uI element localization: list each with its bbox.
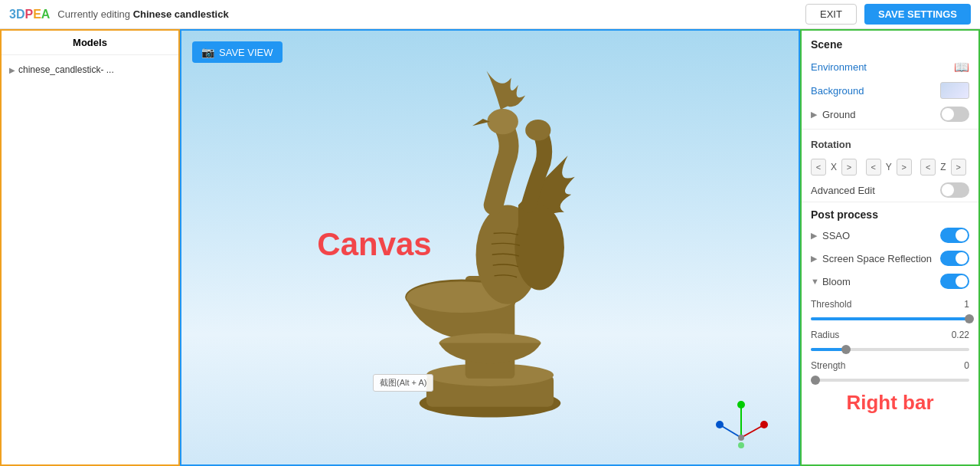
ssao-row: ▶ SSAO <box>802 224 978 247</box>
logo: 3DPEA <box>9 8 50 21</box>
ssr-label[interactable]: Screen Space Reflection <box>822 253 932 264</box>
svg-point-17 <box>738 435 744 441</box>
strength-slider-row <box>802 377 978 385</box>
svg-point-18 <box>738 442 744 448</box>
environment-label[interactable]: Environment <box>811 61 867 73</box>
rotation-title-row: Rotation <box>802 133 978 156</box>
radius-row: Radius 0.22 <box>802 323 978 346</box>
threshold-slider-thumb[interactable] <box>965 314 974 323</box>
book-icon[interactable]: 📖 <box>954 60 969 74</box>
strength-label: Strength <box>811 360 845 371</box>
advanced-edit-label[interactable]: Advanced Edit <box>811 185 875 196</box>
svg-point-7 <box>487 109 518 134</box>
ground-row: ▶ Ground <box>802 103 978 126</box>
rightbar-annotation: Right bar <box>846 391 933 415</box>
threshold-slider-row <box>802 316 978 323</box>
ssao-label-row: ▶ SSAO <box>811 230 850 241</box>
right-bar: Scene Environment 📖 Background ▶ Ground … <box>800 29 980 466</box>
main-layout: Models ▶ chinese_candlestick- ... Left b… <box>0 29 980 466</box>
ground-label[interactable]: Ground <box>822 109 855 120</box>
y-left-button[interactable]: < <box>866 159 881 176</box>
divider-1 <box>802 129 978 130</box>
expand-arrow-icon: ▶ <box>9 66 15 74</box>
svg-line-13 <box>741 426 762 438</box>
ssr-label-row: ▶ Screen Space Reflection <box>811 253 932 264</box>
scene-section-title: Scene <box>802 31 978 55</box>
ground-toggle[interactable] <box>940 107 969 122</box>
z-left-button[interactable]: < <box>920 159 936 176</box>
ssao-label[interactable]: SSAO <box>822 230 850 241</box>
svg-point-12 <box>737 401 745 409</box>
threshold-label: Threshold <box>811 299 851 310</box>
x-left-button[interactable]: < <box>811 159 826 176</box>
exit-button[interactable]: EXIT <box>805 4 857 25</box>
ground-chevron-icon: ▶ <box>811 110 817 120</box>
model-svg <box>306 64 674 432</box>
ssr-chevron-icon: ▶ <box>811 254 817 264</box>
ssao-chevron-icon: ▶ <box>811 231 817 241</box>
model-item-label: chinese_candlestick- ... <box>18 64 114 75</box>
bloom-toggle[interactable] <box>940 274 969 289</box>
topbar-right: EXIT SAVE SETTINGS <box>805 4 971 25</box>
environment-row: Environment 📖 <box>802 55 978 78</box>
svg-point-9 <box>525 120 550 141</box>
z-axis-label: Z <box>939 162 947 172</box>
models-header: Models <box>2 31 178 55</box>
strength-slider-thumb[interactable] <box>811 376 820 385</box>
threshold-value: 1 <box>964 299 969 310</box>
topbar: 3DPEA Currently editing Chinese candlest… <box>0 0 980 29</box>
strength-row: Strength 0 <box>802 354 978 377</box>
y-axis-label: Y <box>884 162 893 172</box>
radius-slider-track <box>811 348 969 351</box>
post-process-title: Post process <box>802 202 978 224</box>
y-right-button[interactable]: > <box>897 159 912 176</box>
radius-label: Radius <box>811 330 839 340</box>
rightbar-annotation-container: Right bar <box>802 385 978 415</box>
z-right-button[interactable]: > <box>951 159 966 176</box>
bloom-collapse-icon[interactable]: ▼ <box>811 277 819 286</box>
bloom-row: ▼ Bloom <box>802 270 978 293</box>
left-bar-content: ▶ chinese_candlestick- ... <box>2 55 178 84</box>
radius-slider-fill <box>811 348 846 351</box>
editing-label: Currently editing Chinese candlestick <box>57 8 228 20</box>
advanced-edit-toggle[interactable] <box>940 182 969 198</box>
radius-slider-thumb[interactable] <box>841 345 851 354</box>
save-settings-button[interactable]: SAVE SETTINGS <box>864 4 971 25</box>
rotation-controls: < X > < Y > < Z > <box>802 156 978 179</box>
x-axis-label: X <box>829 162 838 172</box>
screenshot-tooltip: 截图(Alt + A) <box>373 374 433 392</box>
advanced-edit-row: Advanced Edit <box>802 179 978 202</box>
canvas-area[interactable]: 📷 SAVE VIEW <box>180 29 800 466</box>
x-right-button[interactable]: > <box>841 159 857 176</box>
background-color-swatch[interactable] <box>940 82 969 99</box>
model-item[interactable]: ▶ chinese_candlestick- ... <box>8 61 172 78</box>
threshold-slider-track <box>811 317 969 320</box>
topbar-left: 3DPEA Currently editing Chinese candlest… <box>9 8 229 21</box>
model-display <box>181 31 799 464</box>
ssao-toggle[interactable] <box>940 228 969 243</box>
bloom-label[interactable]: Bloom <box>822 276 851 287</box>
background-label[interactable]: Background <box>811 85 864 97</box>
svg-point-16 <box>716 421 724 428</box>
svg-point-8 <box>514 205 564 290</box>
svg-line-15 <box>722 426 741 438</box>
svg-point-14 <box>760 421 768 428</box>
threshold-slider-fill <box>811 317 969 320</box>
ssr-toggle[interactable] <box>940 251 969 266</box>
bloom-label-row: ▼ Bloom <box>811 276 851 287</box>
strength-value: 0 <box>964 360 969 371</box>
ground-label-row: ▶ Ground <box>811 109 855 120</box>
threshold-row: Threshold 1 <box>802 293 978 316</box>
rotation-title: Rotation <box>811 139 851 150</box>
axis-indicator <box>714 395 768 449</box>
radius-value: 0.22 <box>952 330 969 340</box>
left-bar: Models ▶ chinese_candlestick- ... Left b… <box>0 29 180 466</box>
background-row: Background <box>802 78 978 103</box>
strength-slider-track <box>811 379 969 382</box>
radius-slider-row <box>802 346 978 354</box>
ssr-row: ▶ Screen Space Reflection <box>802 247 978 270</box>
